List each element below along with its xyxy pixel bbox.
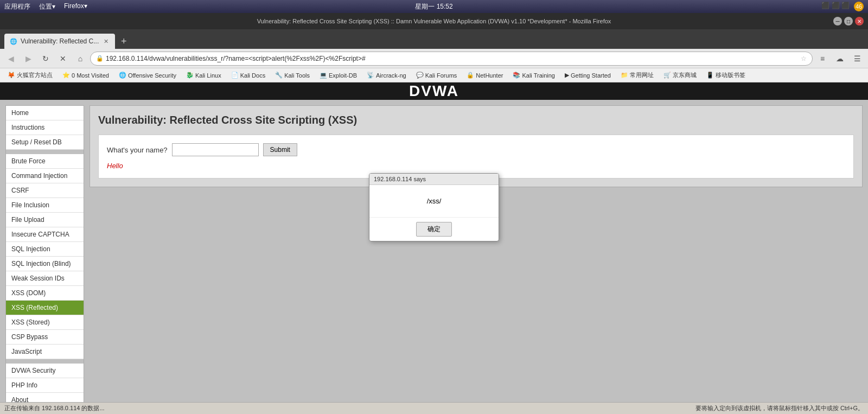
alert-dialog-header: 192.168.0.114 says bbox=[369, 174, 499, 185]
alert-dialog-footer: 确定 bbox=[369, 218, 499, 241]
alert-dialog: 192.168.0.114 says /xss/ 确定 bbox=[369, 173, 499, 241]
alert-dialog-body: /xss/ bbox=[369, 185, 499, 218]
alert-message: /xss/ bbox=[427, 197, 442, 205]
alert-ok-button[interactable]: 确定 bbox=[416, 222, 452, 237]
alert-overlay: 192.168.0.114 says /xss/ 确定 bbox=[0, 0, 868, 414]
alert-origin: 192.168.0.114 says bbox=[374, 176, 426, 182]
